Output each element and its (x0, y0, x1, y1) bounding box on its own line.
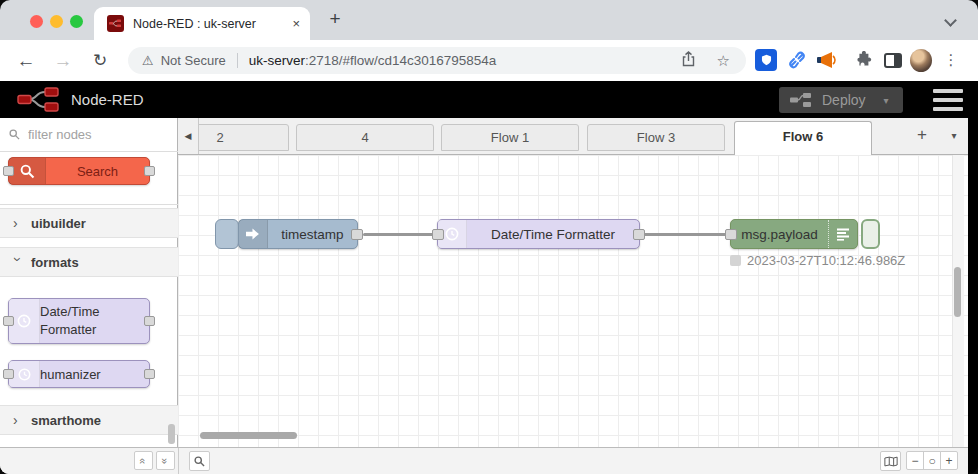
status-text: 2023-03-27T10:12:46.986Z (747, 253, 905, 268)
traffic-minimize-button[interactable] (50, 15, 63, 28)
node-port (3, 166, 14, 176)
tab-scroll-left-button[interactable]: ◀ (178, 118, 199, 154)
footer-divider (178, 448, 179, 474)
node-port (3, 369, 14, 379)
extensions-puzzle-icon[interactable] (852, 49, 874, 71)
datetime-formatter-node[interactable]: Date/Time Formatter (437, 219, 640, 249)
collapse-all-button[interactable]: « (134, 451, 153, 470)
flow-tab[interactable]: 4 (296, 124, 434, 151)
new-tab-button[interactable]: + (322, 6, 348, 32)
node-label: timestamp (268, 227, 357, 242)
zoom-in-button[interactable]: + (940, 451, 958, 470)
search-icon (9, 129, 20, 140)
input-port[interactable] (725, 229, 737, 240)
canvas-hscroll-thumb[interactable] (200, 432, 297, 439)
palette-category-smarthome[interactable]: › smarthome (0, 405, 178, 435)
canvas-search-button[interactable] (189, 451, 210, 471)
side-panel-icon[interactable] (882, 49, 904, 71)
add-flow-button[interactable]: + (908, 118, 936, 154)
wire[interactable] (363, 233, 441, 236)
address-divider (237, 53, 238, 68)
node-label: Date/Time Formatter (40, 303, 99, 338)
browser-toolbar: ← → ↻ ⚠ Not Secure uk-server:2718/#flow/… (0, 40, 978, 81)
node-port (144, 316, 155, 326)
url-text[interactable]: uk-server:2718/#flow/cd14c3016795854a (249, 53, 497, 68)
bookmark-star-icon[interactable]: ☆ (717, 52, 730, 70)
avatar (910, 49, 932, 72)
node-port (3, 316, 14, 326)
clock-icon (17, 367, 32, 382)
traffic-zoom-button[interactable] (70, 15, 83, 28)
deploy-button[interactable]: Deploy ▾ (779, 87, 903, 113)
palette-filter[interactable] (0, 118, 178, 152)
canvas-vscroll-thumb[interactable] (954, 267, 961, 317)
address-bar[interactable]: ⚠ Not Secure uk-server:2718/#flow/cd14c3… (128, 47, 746, 74)
browser-window: Node-RED : uk-server × + ← → ↻ ⚠ Not Sec… (0, 0, 978, 474)
inject-trigger-button[interactable] (215, 219, 239, 249)
node-red-favicon (107, 15, 124, 32)
flow-list-button[interactable]: ▾ (941, 118, 967, 154)
palette-scrollbar[interactable] (168, 424, 175, 444)
node-label: msg.payload (731, 227, 828, 242)
editor-footer: « » − ○ + (0, 447, 968, 474)
node-red-logo (17, 86, 65, 113)
zoom-out-button[interactable]: − (906, 451, 924, 470)
palette-category-formats[interactable]: › formats (0, 247, 178, 277)
zoom-controls: − ○ + (906, 451, 958, 470)
browser-tab-strip: Node-RED : uk-server × + (0, 0, 978, 40)
palette-node-search[interactable]: Search (8, 157, 150, 185)
inject-node[interactable]: timestamp (238, 219, 358, 249)
deploy-caret-icon[interactable]: ▾ (884, 95, 889, 106)
forward-button[interactable]: → (51, 40, 75, 81)
node-port (144, 369, 155, 379)
zoom-reset-button[interactable]: ○ (923, 451, 941, 470)
deploy-icon (790, 92, 812, 108)
megaphone-extension-icon[interactable] (816, 49, 838, 71)
debug-node[interactable]: msg.payload (730, 219, 858, 249)
flow-tab-active[interactable]: Flow 6 (734, 121, 872, 155)
node-red-brand: Node-RED (71, 81, 144, 118)
chevron-right-icon: › (13, 215, 23, 231)
security-label[interactable]: Not Secure (161, 53, 226, 68)
palette-sidebar: Search › uibuilder › formats (0, 118, 178, 447)
link-extension-icon[interactable] (786, 49, 808, 71)
node-port (144, 166, 155, 176)
reload-button[interactable]: ↻ (88, 40, 112, 81)
url-host: uk-server (249, 53, 305, 68)
palette-category-uibuilder[interactable]: › uibuilder (0, 208, 178, 238)
debug-node-status: 2023-03-27T10:12:46.986Z (730, 253, 905, 268)
tab-close-icon[interactable]: × (292, 16, 300, 31)
chevron-right-icon: › (13, 412, 23, 428)
output-port[interactable] (351, 229, 363, 240)
tab-search-chevron-icon[interactable] (946, 16, 956, 26)
profile-avatar[interactable] (910, 49, 932, 71)
browser-menu-icon[interactable]: ⋮ (940, 49, 962, 71)
wire[interactable] (643, 233, 733, 236)
flow-tab[interactable]: 2 (199, 124, 289, 151)
output-port[interactable] (633, 229, 645, 240)
input-port[interactable] (432, 229, 444, 240)
search-icon (194, 456, 205, 467)
traffic-close-button[interactable] (30, 15, 43, 28)
share-icon[interactable] (682, 51, 695, 70)
flow-tab[interactable]: Flow 3 (587, 124, 725, 151)
main-menu-button[interactable] (933, 89, 963, 111)
node-label: humanizer (40, 367, 101, 382)
palette-node-datetime-formatter[interactable]: Date/Time Formatter (8, 298, 150, 344)
warning-icon: ⚠ (142, 53, 154, 68)
flow-canvas[interactable]: timestamp Date/Time Formatter msg.payloa… (178, 155, 968, 447)
back-button[interactable]: ← (14, 40, 38, 81)
password-manager-extension-icon[interactable] (755, 49, 777, 71)
navigator-button[interactable] (880, 451, 901, 471)
flow-tab[interactable]: Flow 1 (441, 124, 579, 151)
browser-tab[interactable]: Node-RED : uk-server × (94, 7, 310, 40)
filter-nodes-input[interactable] (26, 126, 160, 143)
debug-toggle-button[interactable] (861, 219, 880, 249)
search-icon (20, 164, 35, 179)
palette-node-humanizer[interactable]: humanizer (8, 360, 150, 388)
chevron-down-icon: › (10, 257, 26, 267)
inject-arrow-icon (246, 228, 260, 240)
url-path: :2718/#flow/cd14c3016795854a (305, 53, 496, 68)
palette-divider (0, 204, 178, 205)
expand-all-button[interactable]: » (156, 451, 175, 470)
